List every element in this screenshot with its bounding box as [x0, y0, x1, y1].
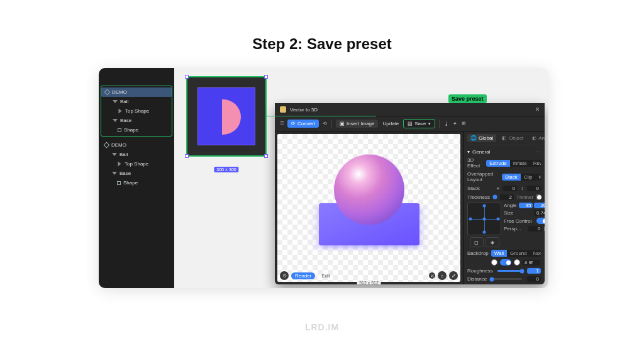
layer-frame-demo[interactable]: DEMO [101, 87, 172, 97]
input-persp[interactable]: 0 [528, 226, 542, 232]
convert-button[interactable]: ⟳Convert [287, 120, 319, 128]
camera-icon[interactable]: ⌂ [438, 271, 447, 280]
seg-backdrop[interactable]: Wall Ground None [491, 250, 541, 257]
input-color-hex[interactable]: # fff [523, 260, 540, 266]
angle-control[interactable] [467, 203, 501, 235]
layer-group-selected[interactable]: DEMO Ball Top Shape Base Shape [101, 86, 172, 137]
mode-tabs: 🌐Global ◧Object ◐Animation [467, 134, 541, 145]
input-thickness[interactable]: 2 [500, 194, 514, 200]
view-front-button[interactable]: ◻ [470, 237, 484, 247]
cube-icon: ◧ [502, 135, 507, 141]
seg-overlap[interactable]: Stack Clip None [502, 174, 541, 181]
opt-ground[interactable]: Ground [507, 250, 530, 257]
layer-base[interactable]: Base [101, 116, 172, 125]
opt-inflate[interactable]: Inflate [510, 160, 530, 167]
save-preset-callout: Save preset [448, 94, 487, 103]
tab-object[interactable]: ◧Object [499, 134, 526, 142]
opt-wall[interactable]: Wall [491, 250, 507, 257]
save-preset-button[interactable]: ▤Save▾ [403, 119, 435, 128]
layers-panel: DEMO Ball Top Shape Base Shape DEMO Ball… [99, 68, 174, 288]
resize-handle[interactable] [264, 75, 268, 79]
input-roughness[interactable]: 1 [527, 268, 541, 274]
render-canvas[interactable]: ⚙ Render Edit ⤫ ⌂ ⤢ [277, 134, 460, 282]
opt-none[interactable]: None [536, 174, 541, 181]
toggle-thinner[interactable] [536, 194, 541, 200]
layers-list-icon[interactable]: ☰ [279, 121, 285, 127]
resize-handle[interactable] [185, 154, 189, 158]
clock-icon: ◐ [532, 135, 536, 141]
opt-revolve[interactable]: Revolve [530, 160, 541, 167]
swatch-env[interactable] [491, 259, 497, 266]
input-size[interactable]: 0.74 [534, 210, 545, 216]
label-perspective: Persp... [504, 226, 521, 232]
slider-roughness[interactable] [497, 270, 522, 272]
update-button[interactable]: Update [380, 120, 401, 128]
edit-button[interactable]: Edit [318, 272, 334, 279]
label-thinner: Thinner [516, 194, 533, 200]
plugin-icon [280, 106, 286, 113]
label-overlap: Overlapped Layout [467, 171, 499, 182]
label-size: Size [504, 210, 514, 216]
seg-3d-effect[interactable]: Extrude Inflate Revolve [486, 160, 541, 167]
insert-image-button[interactable]: ▣Insert Image [336, 120, 378, 128]
layer-label: Base [120, 118, 131, 123]
caret-icon [113, 100, 118, 103]
plugin-title: Vector to 3D [290, 107, 318, 113]
layer-frame-demo-2[interactable]: DEMO [101, 140, 172, 150]
toggle-backdrop-color[interactable] [500, 259, 511, 266]
swatch-wall[interactable] [514, 259, 520, 266]
grid-icon[interactable]: ⊞ [461, 121, 467, 127]
input-distance[interactable]: 0 [527, 276, 541, 282]
layer-shape[interactable]: Shape [101, 178, 172, 187]
caret-icon [112, 172, 117, 175]
section-general[interactable]: ▾General⋯ [467, 149, 541, 155]
layer-label: Base [119, 170, 131, 176]
layer-top-shape[interactable]: Top Shape [101, 106, 172, 116]
sparkle-icon[interactable]: ✦ [452, 121, 458, 127]
input-angle-a[interactable]: 45 [519, 203, 533, 208]
layer-label: Shape [123, 180, 138, 186]
render-button[interactable]: Render [291, 272, 315, 279]
shape-icon [117, 181, 121, 185]
layer-top-shape[interactable]: Top Shape [101, 159, 172, 169]
persp-lock-icon[interactable] [544, 227, 545, 231]
resize-handle[interactable] [185, 75, 189, 79]
resize-handle[interactable] [264, 154, 268, 158]
label-angle: Angle [504, 203, 516, 208]
toggle-free-control[interactable] [536, 218, 545, 224]
opt-stack[interactable]: Stack [502, 174, 521, 181]
tab-global[interactable]: 🌐Global [467, 134, 496, 142]
layer-ball[interactable]: Ball [101, 150, 172, 159]
frame-icon [104, 89, 111, 96]
expand-icon[interactable]: ⤢ [449, 271, 458, 280]
layer-label: Shape [124, 127, 138, 133]
layer-shape[interactable]: Shape [101, 125, 172, 135]
half-circle-shape [222, 99, 241, 135]
close-icon[interactable]: × [535, 106, 540, 113]
layer-label: DEMO [111, 142, 126, 148]
view-iso-button[interactable]: ◈ [486, 237, 499, 247]
refresh-icon[interactable]: ⟲ [321, 121, 328, 127]
caret-icon [118, 162, 121, 167]
layer-ball[interactable]: Ball [101, 97, 172, 106]
label-stack: Stack [467, 186, 480, 191]
opt-none2[interactable]: None [530, 250, 541, 257]
layer-base[interactable]: Base [101, 169, 172, 178]
opt-extrude[interactable]: Extrude [486, 160, 510, 167]
settings-icon[interactable]: ⚙ [280, 271, 289, 280]
input-angle-b[interactable]: 20 [534, 203, 545, 208]
slider-distance[interactable] [492, 278, 522, 280]
stack-dir-icon[interactable]: ↕ [519, 185, 525, 191]
opt-clip[interactable]: Clip [521, 174, 536, 181]
plugin-titlebar[interactable]: Vector to 3D × [275, 103, 545, 116]
page-title: Step 2: Save preset [0, 35, 644, 53]
download-icon[interactable]: ⭳ [443, 121, 450, 127]
canvas-selected-frame[interactable]: 300 × 300 [186, 76, 267, 157]
input-stack-b[interactable]: 0 [527, 186, 541, 191]
lock-icon[interactable]: ⤫ [429, 272, 435, 279]
layer-label: Top Shape [125, 161, 148, 167]
tab-animation[interactable]: ◐Animation [529, 134, 545, 142]
input-stack[interactable]: 0 [503, 186, 517, 191]
stack-mode-icon[interactable]: ≡ [495, 185, 501, 191]
label-3d-effect: 3D Effect [467, 157, 484, 169]
